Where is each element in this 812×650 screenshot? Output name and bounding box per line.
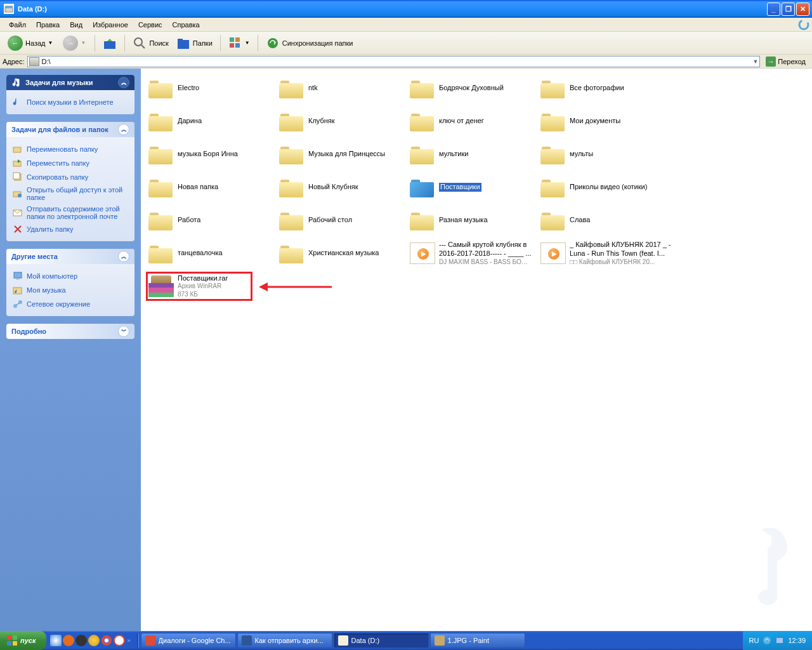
- folder-item[interactable]: Рабочий стол: [279, 206, 410, 235]
- folder-item[interactable]: Новый Клубняк: [279, 173, 410, 202]
- folder-icon: [540, 77, 566, 99]
- ql-app-1[interactable]: [63, 635, 74, 646]
- address-input[interactable]: D:\ ▼: [27, 56, 761, 67]
- link-share[interactable]: Открыть общий доступ к этой папке: [13, 184, 128, 203]
- email-icon: [13, 208, 23, 218]
- media-file-item[interactable]: _ Кайфовый КЛУБНЯК 2017 _ - Luna - Run T…: [540, 239, 671, 268]
- up-button[interactable]: [100, 35, 119, 51]
- folder-item[interactable]: Разная музыка: [410, 206, 540, 235]
- folder-item[interactable]: Слава: [540, 206, 671, 235]
- go-button[interactable]: → Переход: [763, 56, 809, 67]
- copy-icon: [13, 172, 23, 182]
- minimize-button[interactable]: _: [767, 3, 780, 16]
- link-search-music[interactable]: Поиск музыки в Интернете: [13, 95, 128, 109]
- expand-icon[interactable]: ︾: [118, 326, 129, 337]
- svg-rect-3: [104, 41, 115, 49]
- svg-rect-21: [14, 272, 22, 278]
- collapse-icon[interactable]: ︽: [118, 251, 129, 262]
- tray-clock[interactable]: 12:39: [788, 637, 806, 644]
- ql-app-3[interactable]: [88, 635, 100, 646]
- link-copy[interactable]: Скопировать папку: [13, 170, 128, 184]
- svg-rect-33: [13, 641, 17, 646]
- close-button[interactable]: ✕: [796, 3, 809, 16]
- panel-music-tasks: Задачи для музыки ︽ Поиск музыки в Интер…: [6, 75, 134, 114]
- task-button[interactable]: Диалоги - Google Ch...: [141, 633, 236, 648]
- folder-item[interactable]: Музыка для Принцессы: [279, 140, 410, 169]
- start-button[interactable]: пуск: [0, 631, 46, 650]
- media-file-item[interactable]: --- Самый крутой клубняк в 2016-2017-201…: [410, 239, 540, 268]
- maximize-button[interactable]: ❐: [782, 3, 795, 16]
- link-network[interactable]: Сетевое окружение: [13, 297, 128, 311]
- views-button[interactable]: ▼: [226, 35, 252, 51]
- folder-item[interactable]: Поставщики: [410, 173, 540, 202]
- ql-show-desktop[interactable]: [50, 635, 62, 646]
- svg-point-36: [105, 639, 108, 642]
- music-watermark: [742, 523, 799, 612]
- file-label: ключ от денег: [439, 117, 484, 126]
- folder-item[interactable]: Electro: [148, 74, 279, 103]
- rar-file-item[interactable]: Поставщики.rarАрхив WinRAR873 КБ: [148, 272, 279, 301]
- folder-icon: [540, 176, 566, 198]
- menu-edit[interactable]: Правка: [31, 19, 65, 30]
- task-button[interactable]: Как отправить архи...: [237, 633, 332, 648]
- back-button[interactable]: ← Назад ▼: [4, 34, 56, 52]
- link-move[interactable]: Переместить папку: [13, 156, 128, 170]
- file-label: Новый Клубняк: [308, 183, 358, 192]
- svg-point-37: [763, 637, 771, 644]
- folder-item[interactable]: Клубняк: [279, 107, 410, 136]
- panel-other-header[interactable]: Другие места ︽: [6, 249, 134, 264]
- task-button[interactable]: Data (D:): [334, 633, 429, 648]
- search-button[interactable]: Поиск: [130, 35, 171, 51]
- file-label: Electro: [178, 84, 199, 93]
- tray-icon-2[interactable]: [775, 636, 784, 645]
- folder-icon: [148, 176, 174, 198]
- folder-item[interactable]: Дарина: [148, 107, 279, 136]
- tray-icon-1[interactable]: [763, 636, 771, 645]
- folder-item[interactable]: Бодрячок Духовный: [410, 74, 540, 103]
- svg-rect-10: [230, 43, 234, 48]
- folder-item[interactable]: танцевалочка: [148, 239, 279, 268]
- task-button[interactable]: 1.JPG - Paint: [430, 633, 525, 648]
- collapse-icon[interactable]: ︽: [118, 124, 129, 135]
- link-delete[interactable]: Удалить папку: [13, 222, 128, 236]
- menu-help[interactable]: Справка: [167, 19, 205, 30]
- menu-favorites[interactable]: Избранное: [88, 19, 133, 30]
- folder-item[interactable]: Мои документы: [540, 107, 671, 136]
- collapse-icon[interactable]: ︽: [118, 77, 129, 88]
- svg-rect-6: [178, 40, 189, 49]
- folder-item[interactable]: ключ от денег: [410, 107, 540, 136]
- panel-other-places: Другие места ︽ Мой компьютер Моя музыка …: [6, 249, 134, 316]
- svg-rect-0: [5, 8, 13, 12]
- folder-icon: [410, 110, 435, 132]
- folder-item[interactable]: мульты: [540, 140, 671, 169]
- folder-item[interactable]: ntk: [279, 74, 410, 103]
- menu-view[interactable]: Вид: [65, 19, 88, 30]
- tray-lang[interactable]: RU: [749, 637, 759, 644]
- folder-icon: [279, 110, 304, 132]
- folder-item[interactable]: Все фотографии: [540, 74, 671, 103]
- ql-yandex[interactable]: [114, 635, 125, 646]
- ql-app-2[interactable]: [75, 635, 87, 646]
- file-view[interactable]: ElectrontkБодрячок ДуховныйВсе фотографи…: [141, 69, 812, 644]
- panel-music-header[interactable]: Задачи для музыки ︽: [6, 75, 134, 90]
- sync-button[interactable]: Синхронизация папки: [263, 35, 356, 51]
- forward-button[interactable]: → ▼: [59, 34, 89, 52]
- folders-button[interactable]: Папки: [174, 35, 215, 51]
- link-my-music[interactable]: Моя музыка: [13, 283, 128, 297]
- panel-file-header[interactable]: Задачи для файлов и папок ︽: [6, 122, 134, 137]
- menu-service[interactable]: Сервис: [133, 19, 167, 30]
- folder-item[interactable]: Новая папка: [148, 173, 279, 202]
- folder-item[interactable]: мультики: [410, 140, 540, 169]
- link-rename[interactable]: Переименовать папку: [13, 142, 128, 156]
- panel-details-header[interactable]: Подробно ︾: [6, 324, 134, 339]
- folder-item[interactable]: музыка Боря Инна: [148, 140, 279, 169]
- link-my-computer[interactable]: Мой компьютер: [13, 269, 128, 283]
- folder-item[interactable]: Приколы видео (котики): [540, 173, 671, 202]
- folder-item[interactable]: Христианская музыка: [279, 239, 410, 268]
- folder-icon: [148, 143, 174, 165]
- folder-item[interactable]: Работа: [148, 206, 279, 235]
- ql-chrome[interactable]: [101, 635, 112, 646]
- link-email[interactable]: Отправить содержимое этой папки по элект…: [13, 203, 128, 222]
- menu-file[interactable]: Файл: [4, 19, 31, 30]
- systray: RU 12:39: [743, 631, 812, 650]
